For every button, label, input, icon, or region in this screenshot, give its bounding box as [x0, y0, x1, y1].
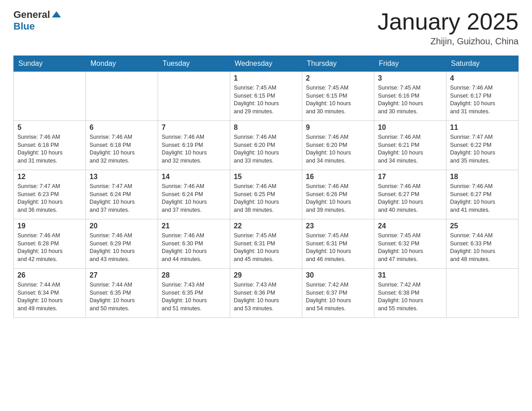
calendar-cell: [158, 72, 230, 121]
day-number: 31: [378, 271, 442, 279]
day-number: 24: [378, 222, 442, 230]
calendar-cell: 29Sunrise: 7:43 AM Sunset: 6:36 PM Dayli…: [230, 269, 302, 318]
calendar-cell: 3Sunrise: 7:45 AM Sunset: 6:16 PM Daylig…: [374, 72, 446, 121]
calendar-cell: 22Sunrise: 7:45 AM Sunset: 6:31 PM Dayli…: [230, 219, 302, 269]
calendar-cell: 31Sunrise: 7:42 AM Sunset: 6:38 PM Dayli…: [374, 269, 446, 318]
calendar-header-thursday: Thursday: [302, 56, 374, 72]
calendar-cell: 2Sunrise: 7:45 AM Sunset: 6:15 PM Daylig…: [302, 72, 374, 121]
calendar-header-wednesday: Wednesday: [230, 56, 302, 72]
day-info: Sunrise: 7:46 AM Sunset: 6:18 PM Dayligh…: [17, 133, 82, 165]
day-number: 12: [17, 173, 82, 181]
calendar-cell: 12Sunrise: 7:47 AM Sunset: 6:23 PM Dayli…: [14, 170, 86, 219]
day-number: 17: [378, 173, 442, 181]
day-info: Sunrise: 7:45 AM Sunset: 6:32 PM Dayligh…: [378, 232, 442, 263]
day-number: 13: [90, 173, 154, 181]
calendar-cell: 20Sunrise: 7:46 AM Sunset: 6:29 PM Dayli…: [86, 219, 158, 269]
logo-icon: [51, 9, 62, 20]
calendar-cell: 8Sunrise: 7:46 AM Sunset: 6:20 PM Daylig…: [230, 121, 302, 170]
day-number: 18: [450, 173, 515, 181]
day-number: 16: [306, 173, 370, 181]
calendar-cell: 18Sunrise: 7:46 AM Sunset: 6:27 PM Dayli…: [446, 170, 519, 219]
svg-marker-0: [52, 11, 61, 17]
day-info: Sunrise: 7:45 AM Sunset: 6:16 PM Dayligh…: [378, 84, 442, 116]
day-info: Sunrise: 7:46 AM Sunset: 6:26 PM Dayligh…: [306, 183, 370, 214]
day-number: 22: [234, 222, 298, 230]
day-info: Sunrise: 7:46 AM Sunset: 6:27 PM Dayligh…: [450, 183, 515, 214]
day-info: Sunrise: 7:43 AM Sunset: 6:36 PM Dayligh…: [234, 281, 298, 313]
location-title: Zhijin, Guizhou, China: [378, 36, 519, 47]
day-number: 1: [234, 74, 298, 82]
day-info: Sunrise: 7:42 AM Sunset: 6:38 PM Dayligh…: [378, 281, 442, 313]
day-number: 26: [17, 271, 82, 279]
day-number: 8: [234, 124, 298, 132]
page-header: General Blue January 2025 Zhijin, Guizho…: [13, 9, 519, 47]
calendar-cell: 19Sunrise: 7:46 AM Sunset: 6:28 PM Dayli…: [14, 219, 86, 269]
day-info: Sunrise: 7:46 AM Sunset: 6:27 PM Dayligh…: [378, 183, 442, 214]
day-number: 3: [378, 74, 442, 82]
calendar-header-saturday: Saturday: [446, 56, 519, 72]
title-block: January 2025 Zhijin, Guizhou, China: [378, 9, 519, 47]
calendar-cell: 15Sunrise: 7:46 AM Sunset: 6:25 PM Dayli…: [230, 170, 302, 219]
day-number: 10: [378, 124, 442, 132]
day-number: 6: [90, 124, 154, 132]
day-number: 27: [90, 271, 154, 279]
day-info: Sunrise: 7:47 AM Sunset: 6:23 PM Dayligh…: [17, 183, 82, 214]
day-info: Sunrise: 7:45 AM Sunset: 6:15 PM Dayligh…: [306, 84, 370, 116]
day-info: Sunrise: 7:46 AM Sunset: 6:17 PM Dayligh…: [450, 84, 515, 116]
calendar-cell: 11Sunrise: 7:47 AM Sunset: 6:22 PM Dayli…: [446, 121, 519, 170]
logo: General Blue: [13, 9, 62, 32]
day-number: 11: [450, 124, 515, 132]
day-number: 4: [450, 74, 515, 82]
day-number: 30: [306, 271, 370, 279]
calendar-week-2: 5Sunrise: 7:46 AM Sunset: 6:18 PM Daylig…: [14, 121, 519, 170]
calendar-header-monday: Monday: [86, 56, 158, 72]
day-info: Sunrise: 7:46 AM Sunset: 6:25 PM Dayligh…: [234, 183, 298, 214]
calendar-header-sunday: Sunday: [14, 56, 86, 72]
calendar-table: SundayMondayTuesdayWednesdayThursdayFrid…: [13, 56, 519, 318]
day-number: 21: [162, 222, 226, 230]
day-number: 29: [234, 271, 298, 279]
day-info: Sunrise: 7:46 AM Sunset: 6:21 PM Dayligh…: [378, 133, 442, 165]
month-title: January 2025: [378, 9, 519, 34]
calendar-cell: 16Sunrise: 7:46 AM Sunset: 6:26 PM Dayli…: [302, 170, 374, 219]
day-number: 25: [450, 222, 515, 230]
calendar-cell: 23Sunrise: 7:45 AM Sunset: 6:31 PM Dayli…: [302, 219, 374, 269]
day-number: 19: [17, 222, 82, 230]
calendar-cell: 25Sunrise: 7:44 AM Sunset: 6:33 PM Dayli…: [446, 219, 519, 269]
calendar-header-tuesday: Tuesday: [158, 56, 230, 72]
calendar-cell: 26Sunrise: 7:44 AM Sunset: 6:34 PM Dayli…: [14, 269, 86, 318]
calendar-cell: 6Sunrise: 7:46 AM Sunset: 6:18 PM Daylig…: [86, 121, 158, 170]
day-number: 23: [306, 222, 370, 230]
day-number: 5: [17, 124, 82, 132]
day-info: Sunrise: 7:47 AM Sunset: 6:24 PM Dayligh…: [90, 183, 154, 214]
day-info: Sunrise: 7:46 AM Sunset: 6:24 PM Dayligh…: [162, 183, 226, 214]
calendar-cell: 9Sunrise: 7:46 AM Sunset: 6:20 PM Daylig…: [302, 121, 374, 170]
calendar-cell: 10Sunrise: 7:46 AM Sunset: 6:21 PM Dayli…: [374, 121, 446, 170]
calendar-cell: 27Sunrise: 7:44 AM Sunset: 6:35 PM Dayli…: [86, 269, 158, 318]
calendar-week-4: 19Sunrise: 7:46 AM Sunset: 6:28 PM Dayli…: [14, 219, 519, 269]
day-info: Sunrise: 7:46 AM Sunset: 6:20 PM Dayligh…: [234, 133, 298, 165]
day-info: Sunrise: 7:45 AM Sunset: 6:31 PM Dayligh…: [234, 232, 298, 263]
calendar-cell: 7Sunrise: 7:46 AM Sunset: 6:19 PM Daylig…: [158, 121, 230, 170]
calendar-cell: 5Sunrise: 7:46 AM Sunset: 6:18 PM Daylig…: [14, 121, 86, 170]
day-info: Sunrise: 7:46 AM Sunset: 6:30 PM Dayligh…: [162, 232, 226, 263]
calendar-cell: 30Sunrise: 7:42 AM Sunset: 6:37 PM Dayli…: [302, 269, 374, 318]
day-info: Sunrise: 7:46 AM Sunset: 6:18 PM Dayligh…: [90, 133, 154, 165]
calendar-week-1: 1Sunrise: 7:45 AM Sunset: 6:15 PM Daylig…: [14, 72, 519, 121]
calendar-cell: 21Sunrise: 7:46 AM Sunset: 6:30 PM Dayli…: [158, 219, 230, 269]
day-info: Sunrise: 7:44 AM Sunset: 6:33 PM Dayligh…: [450, 232, 515, 263]
day-number: 2: [306, 74, 370, 82]
calendar-cell: [86, 72, 158, 121]
day-number: 28: [162, 271, 226, 279]
day-info: Sunrise: 7:45 AM Sunset: 6:31 PM Dayligh…: [306, 232, 370, 263]
day-number: 9: [306, 124, 370, 132]
day-info: Sunrise: 7:43 AM Sunset: 6:35 PM Dayligh…: [162, 281, 226, 313]
day-info: Sunrise: 7:47 AM Sunset: 6:22 PM Dayligh…: [450, 133, 515, 165]
day-info: Sunrise: 7:42 AM Sunset: 6:37 PM Dayligh…: [306, 281, 370, 313]
calendar-cell: 14Sunrise: 7:46 AM Sunset: 6:24 PM Dayli…: [158, 170, 230, 219]
calendar-week-5: 26Sunrise: 7:44 AM Sunset: 6:34 PM Dayli…: [14, 269, 519, 318]
calendar-cell: [446, 269, 519, 318]
day-info: Sunrise: 7:44 AM Sunset: 6:34 PM Dayligh…: [17, 281, 82, 313]
calendar-cell: 28Sunrise: 7:43 AM Sunset: 6:35 PM Dayli…: [158, 269, 230, 318]
day-info: Sunrise: 7:45 AM Sunset: 6:15 PM Dayligh…: [234, 84, 298, 116]
